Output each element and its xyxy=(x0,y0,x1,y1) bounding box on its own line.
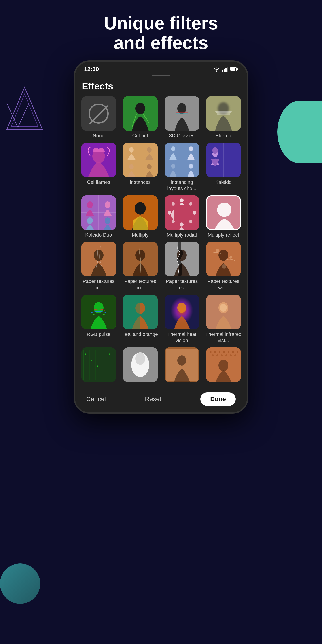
reset-button[interactable]: Reset xyxy=(145,396,161,403)
effect-item-multiply-reflect[interactable]: Multiply reflect xyxy=(204,196,242,238)
effect-label-blurred: Blurred xyxy=(216,132,232,139)
effect-label-instances: Instances xyxy=(130,179,151,186)
effect-label-thermal-infra: Thermal infrared visi... xyxy=(204,331,242,344)
cancel-button[interactable]: Cancel xyxy=(86,396,106,403)
effect-label-cutout: Cut out xyxy=(132,132,148,139)
multiply-artwork xyxy=(123,196,158,230)
effect-thumb-instances[interactable] xyxy=(123,143,158,177)
paper2-artwork xyxy=(123,242,158,276)
effect-item-cel-flames[interactable]: Cel flames xyxy=(80,143,118,192)
effect-item-thermal-infra[interactable]: Thermal infrared visi... xyxy=(204,295,242,344)
effect-item-thermal-heat[interactable]: Thermal heat vision xyxy=(163,295,201,344)
svg-point-58 xyxy=(172,202,175,206)
effect-thumb-multiply-radial[interactable] xyxy=(164,196,199,230)
svg-point-113 xyxy=(236,351,238,353)
svg-point-35 xyxy=(171,164,175,168)
effect-thumb-paper4[interactable] xyxy=(206,242,241,276)
effect-thumb-bottom2[interactable] xyxy=(123,348,158,382)
effect-thumb-3dglasses[interactable] xyxy=(164,96,199,131)
phone-screen: 12:30 xyxy=(75,62,247,412)
effects-scroll[interactable]: None Cut out xyxy=(75,96,247,402)
svg-point-115 xyxy=(216,354,218,356)
svg-point-110 xyxy=(223,351,225,353)
effect-item-multiply[interactable]: Multiply xyxy=(121,196,159,238)
svg-point-43 xyxy=(212,147,218,154)
effect-label-none: None xyxy=(93,132,105,139)
effect-item-paper4[interactable]: Paper textures wo... xyxy=(204,242,242,291)
effect-thumb-paper1[interactable] xyxy=(82,242,116,276)
effect-item-paper-tear[interactable]: Paper textures tear xyxy=(163,242,201,291)
effect-item-paper1[interactable]: Paper textures cr... xyxy=(80,242,118,291)
effect-thumb-bottom1[interactable]: 1 0 1 0 1 xyxy=(82,348,116,382)
effect-label-teal-orange: Teal and orange xyxy=(122,331,158,338)
effect-item-none[interactable]: None xyxy=(80,96,118,139)
paper4-artwork xyxy=(206,242,241,276)
svg-point-84 xyxy=(220,304,227,312)
svg-text:0: 0 xyxy=(103,371,104,373)
effect-thumb-teal-orange[interactable] xyxy=(123,295,158,330)
effect-item-kaleido-duo[interactable]: Kaleido Duo xyxy=(80,196,118,238)
done-button[interactable]: Done xyxy=(200,392,236,406)
effect-item-bottom1[interactable]: 1 0 1 0 1 xyxy=(80,348,118,384)
effect-label-rgb: RGB pulse xyxy=(87,331,110,338)
status-time: 12:30 xyxy=(84,66,99,73)
effect-item-bottom2[interactable] xyxy=(121,348,159,384)
effect-item-kaleido[interactable]: Kaleido xyxy=(204,143,242,192)
effect-thumb-thermal-infra[interactable] xyxy=(206,295,241,330)
effect-item-multiply-radial[interactable]: Multiply radial xyxy=(163,196,201,238)
svg-text:1: 1 xyxy=(109,353,110,355)
bottom3-artwork xyxy=(164,348,199,382)
effect-item-bottom3[interactable] xyxy=(163,348,201,384)
effect-thumb-multiply[interactable] xyxy=(123,196,158,230)
effect-thumb-cutout[interactable] xyxy=(123,96,158,131)
effect-item-bottom4[interactable] xyxy=(204,348,242,384)
svg-point-52 xyxy=(134,202,146,215)
effect-item-teal-orange[interactable]: Teal and orange xyxy=(121,295,159,344)
effect-thumb-paper-tear[interactable] xyxy=(164,242,199,276)
drag-handle xyxy=(152,75,170,76)
effect-thumb-cel-flames[interactable] xyxy=(82,143,116,177)
effect-thumb-bottom4[interactable] xyxy=(206,348,241,382)
svg-rect-9 xyxy=(230,68,235,71)
effect-label-multiply-reflect: Multiply reflect xyxy=(208,232,239,238)
svg-point-109 xyxy=(219,351,220,353)
effect-item-cutout[interactable]: Cut out xyxy=(121,96,159,139)
svg-point-26 xyxy=(129,147,134,152)
svg-point-50 xyxy=(105,217,110,224)
effect-thumb-blurred[interactable] xyxy=(206,96,241,131)
effect-thumb-paper2[interactable] xyxy=(123,242,158,276)
battery-icon xyxy=(230,67,238,72)
effect-thumb-bottom3[interactable] xyxy=(164,348,199,382)
effect-thumb-none[interactable] xyxy=(82,96,116,131)
glasses-artwork xyxy=(164,96,199,131)
svg-rect-5 xyxy=(224,69,225,72)
svg-rect-7 xyxy=(227,67,228,72)
effect-thumb-instancing[interactable] xyxy=(164,143,199,177)
svg-point-14 xyxy=(177,103,186,114)
bottom-bar: Cancel Reset Done xyxy=(75,386,247,412)
effect-item-rgb[interactable]: RGB pulse xyxy=(80,295,118,344)
svg-point-116 xyxy=(221,354,223,356)
multiply-reflect-artwork xyxy=(207,196,241,230)
effect-item-paper2[interactable]: Paper textures po... xyxy=(121,242,159,291)
teal-orange-artwork xyxy=(123,295,158,330)
effect-thumb-kaleido[interactable] xyxy=(206,143,241,177)
svg-point-63 xyxy=(217,202,232,217)
status-icons xyxy=(213,67,238,72)
cel-flames-artwork xyxy=(82,143,116,177)
effect-label-3dglasses: 3D Glasses xyxy=(169,132,194,139)
instances-artwork xyxy=(123,143,158,177)
svg-point-18 xyxy=(218,102,229,115)
effect-item-instances[interactable]: Instances xyxy=(121,143,159,192)
effect-thumb-kaleido-duo[interactable] xyxy=(82,196,116,230)
svg-point-34 xyxy=(189,146,193,152)
effect-item-3dglasses[interactable]: 3D Glasses xyxy=(163,96,201,139)
effect-item-blurred[interactable]: Blurred xyxy=(204,96,242,139)
svg-point-81 xyxy=(177,302,186,313)
effect-item-instancing[interactable]: Instancing layouts che... xyxy=(163,143,201,192)
svg-point-27 xyxy=(147,147,152,152)
svg-text:0: 0 xyxy=(91,359,92,361)
effect-thumb-rgb[interactable] xyxy=(82,295,116,330)
effect-thumb-thermal-heat[interactable] xyxy=(164,295,199,330)
effect-thumb-multiply-reflect[interactable] xyxy=(206,196,241,230)
